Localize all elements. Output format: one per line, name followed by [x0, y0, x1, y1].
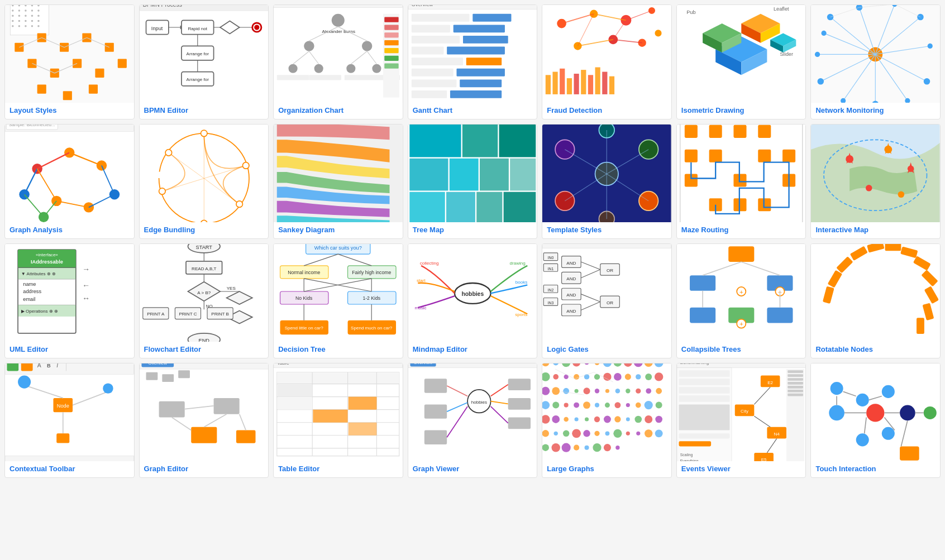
svg-text:xFlow for HTML: xFlow for HTML [411, 460, 443, 461]
card-touch-interaction[interactable]: Touch Interaction [810, 363, 941, 478]
svg-rect-410 [56, 433, 69, 443]
card-decision-tree[interactable]: Which car suits you? Normal income Fairl… [273, 243, 403, 358]
label-graph-viewer: Graph Viewer [408, 461, 537, 477]
label-large-graphs: Large Graphs [542, 461, 671, 477]
card-table-editor[interactable]: Table Table Editor [273, 363, 403, 478]
svg-point-71 [304, 41, 314, 51]
preview-collapsible-trees: + + + [677, 244, 806, 342]
card-graph-viewer[interactable]: Overview hobbies xFlow for HTML Graph Vi… [408, 363, 538, 478]
preview-interactive-map [811, 125, 940, 222]
svg-point-175 [924, 78, 930, 85]
svg-point-26 [37, 25, 39, 27]
svg-text:+: + [739, 288, 743, 295]
svg-rect-448 [278, 397, 312, 409]
card-uml-editor[interactable]: «interface» IAddressable ▼ Attributes ⊕ … [4, 243, 135, 358]
svg-point-487 [604, 372, 612, 380]
card-flowchart-editor[interactable]: START READ A,B,T A > B? YES NO PRINT A P… [139, 243, 269, 358]
card-fraud-detection[interactable]: Fraud Detection [542, 4, 672, 119]
card-mindmap-editor[interactable]: hobbies collecting start music drawing b… [408, 243, 538, 358]
svg-text:YES: YES [226, 285, 235, 290]
svg-point-209 [242, 162, 249, 169]
svg-point-548 [615, 446, 619, 449]
svg-rect-103 [463, 36, 508, 44]
card-template-styles[interactable]: Template Styles [542, 124, 672, 239]
svg-rect-107 [466, 58, 501, 65]
card-sankey-diagram[interactable]: Sankey Diagram [273, 124, 403, 239]
svg-point-72 [362, 41, 372, 51]
svg-point-264 [866, 185, 872, 192]
card-edge-bundling[interactable]: Edge Bundling [139, 124, 269, 239]
card-rotatable-nodes[interactable]: Rotatable Nodes [810, 243, 941, 358]
card-tree-map[interactable]: Tree Map [408, 124, 538, 239]
card-maze-routing[interactable]: Maze Routing [676, 124, 806, 239]
card-gantt-chart[interactable]: Overview Gantt Chart [408, 4, 538, 119]
svg-point-16 [37, 15, 39, 16]
svg-point-20 [31, 20, 33, 21]
svg-text:xFlow for HTML: xFlow for HTML [8, 460, 40, 461]
svg-point-17 [12, 20, 13, 21]
svg-point-494 [552, 387, 560, 395]
label-mindmap-editor: Mindmap Editor [408, 342, 537, 358]
svg-rect-579 [787, 386, 803, 389]
svg-rect-562 [679, 433, 729, 438]
svg-point-538 [636, 431, 640, 435]
preview-uml-editor: «interface» IAddressable ▼ Attributes ⊕ … [5, 244, 134, 342]
svg-rect-244 [709, 125, 722, 137]
svg-text:Sample: Biconnected...: Sample: Biconnected... [9, 125, 55, 127]
svg-point-503 [646, 388, 652, 394]
label-fraud-detection: Fraud Detection [542, 103, 671, 119]
svg-point-545 [585, 445, 589, 449]
card-layout-styles[interactable]: Layout Styles [4, 4, 135, 119]
card-org-chart[interactable]: Overview Alexander Burns [273, 4, 403, 119]
card-contextual-toolbar[interactable]: A B I Node xFlow for HTML Contextual Too… [4, 363, 135, 478]
card-collapsible-trees[interactable]: + + + Collapsible Trees [676, 243, 806, 358]
card-graph-editor[interactable]: Overview xFlow for HTML Graph Editor [139, 363, 269, 478]
svg-point-590 [900, 405, 916, 420]
card-bpmn-editor[interactable]: BPMN Process Input Rapid not Arrange for… [139, 4, 269, 119]
svg-rect-133 [567, 78, 572, 94]
svg-point-546 [593, 443, 602, 452]
svg-rect-222 [510, 158, 536, 190]
svg-point-211 [165, 149, 172, 156]
svg-rect-226 [503, 192, 536, 222]
card-events-viewer[interactable]: Benchmarking Scaling Everything E2 City … [676, 363, 806, 478]
svg-rect-220 [449, 158, 478, 190]
card-logic-gates[interactable]: AND AND AND AND OR OR IN0 IN1 IN2 [542, 243, 672, 358]
svg-point-506 [552, 401, 559, 408]
label-edge-bundling: Edge Bundling [140, 222, 269, 238]
svg-rect-447 [278, 384, 312, 396]
preview-bpmn-editor: BPMN Process Input Rapid not Arrange for… [140, 5, 269, 103]
card-graph-analysis[interactable]: Sample: Biconnected... Graph Analysis [4, 124, 135, 239]
svg-rect-105 [447, 46, 505, 54]
svg-text:Table: Table [277, 363, 289, 366]
svg-rect-94 [384, 63, 398, 68]
svg-rect-419 [162, 374, 174, 382]
svg-point-593 [867, 404, 885, 422]
svg-rect-256 [758, 198, 771, 211]
svg-rect-108 [411, 68, 453, 76]
svg-rect-560 [679, 395, 729, 402]
svg-point-232 [639, 191, 658, 210]
svg-point-213 [201, 220, 207, 222]
card-network-monitoring[interactable]: Network Monitoring [810, 4, 941, 119]
svg-point-12 [12, 15, 13, 16]
svg-rect-109 [456, 68, 504, 76]
svg-text:Alexander Burns: Alexander Burns [322, 29, 356, 34]
label-collapsible-trees: Collapsible Trees [677, 342, 806, 358]
label-isometric-drawing: Isometric Drawing [677, 103, 806, 119]
card-isometric-drawing[interactable]: Pub Leaflet Slider Isometric Drawing [676, 4, 806, 119]
svg-point-502 [636, 388, 641, 393]
svg-point-511 [605, 403, 610, 408]
svg-point-498 [595, 389, 599, 393]
svg-point-495 [564, 387, 570, 394]
svg-point-540 [655, 429, 663, 437]
label-uml-editor: UML Editor [5, 342, 134, 358]
svg-rect-367 [728, 246, 754, 262]
svg-rect-398 [7, 363, 18, 371]
card-interactive-map[interactable]: Interactive Map [810, 124, 941, 239]
svg-text:Normal income: Normal income [288, 270, 320, 275]
card-large-graphs[interactable]: Large Graphs [542, 363, 672, 478]
svg-point-543 [562, 443, 571, 452]
svg-text:Input: Input [151, 25, 163, 31]
svg-rect-454 [424, 404, 447, 418]
